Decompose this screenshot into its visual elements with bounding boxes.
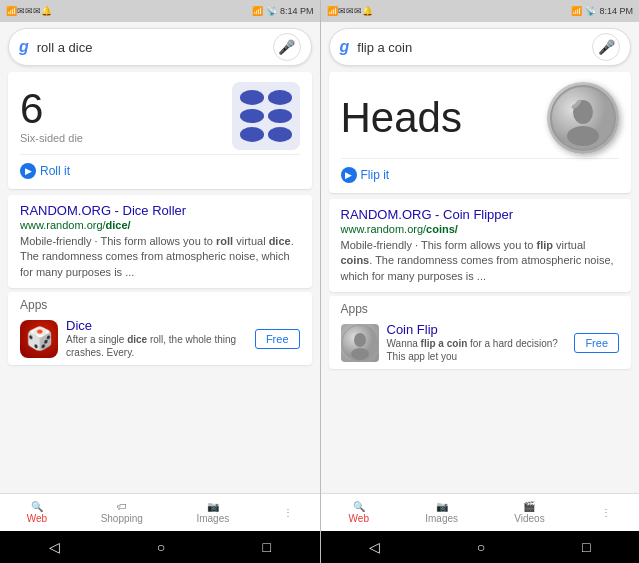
status-right: 📶 📡 8:14 PM bbox=[252, 6, 314, 16]
url-path-left: dice/ bbox=[106, 219, 131, 231]
url-base-left: www.random.org/ bbox=[20, 219, 106, 231]
app-info-left: Dice After a single dice roll, the whole… bbox=[66, 318, 247, 359]
coin-result-text: Heads bbox=[341, 94, 462, 142]
status-left-icons: 📶✉✉✉🔔 bbox=[6, 6, 52, 16]
time-left: 8:14 PM bbox=[280, 6, 314, 16]
nav-more-left[interactable]: ⋮ bbox=[275, 505, 301, 520]
status-right-right: 📶 📡 8:14 PM bbox=[571, 6, 633, 16]
nav-images-left[interactable]: 📷 Images bbox=[188, 499, 237, 526]
app-name-left[interactable]: Dice bbox=[66, 318, 247, 333]
back-button-right[interactable]: ◁ bbox=[369, 539, 380, 555]
more-icon-right: ⋮ bbox=[601, 507, 611, 518]
recents-button-right[interactable]: □ bbox=[582, 539, 590, 555]
flip-button[interactable]: ▶ Flip it bbox=[341, 167, 620, 183]
signal-icon: 📶 bbox=[252, 6, 263, 16]
url-base-right: www.random.org/ bbox=[341, 223, 427, 235]
notification-icons: 📶✉✉✉🔔 bbox=[6, 6, 52, 16]
video-icon-right: 🎬 bbox=[523, 501, 535, 512]
roll-button[interactable]: ▶ Roll it bbox=[20, 163, 300, 179]
google-logo-left: g bbox=[19, 38, 29, 56]
nav-videos-label-right: Videos bbox=[514, 513, 544, 524]
dot-5 bbox=[240, 127, 264, 142]
result-title-right[interactable]: RANDOM.ORG - Coin Flipper bbox=[341, 207, 620, 222]
search-icon-right: 🔍 bbox=[353, 501, 365, 512]
svg-point-2 bbox=[567, 126, 599, 146]
web-result-left: RANDOM.ORG - Dice Roller www.random.org/… bbox=[8, 195, 312, 288]
apps-section-left: Apps 🎲 Dice After a single dice roll, th… bbox=[8, 292, 312, 365]
result-snippet-right: Mobile-friendly · This form allows you t… bbox=[341, 238, 620, 284]
dot-4 bbox=[268, 109, 292, 124]
dice-number: 6 bbox=[20, 88, 83, 130]
url-path-right: coins/ bbox=[426, 223, 458, 235]
wifi-icon: 📡 bbox=[266, 6, 277, 16]
nav-shopping-left[interactable]: 🏷 Shopping bbox=[93, 499, 151, 526]
app-desc-right: Wanna flip a coin for a hard decision? T… bbox=[387, 337, 567, 363]
roll-label: Roll it bbox=[40, 164, 70, 178]
google-logo-right: g bbox=[340, 38, 350, 56]
back-button-left[interactable]: ◁ bbox=[49, 539, 60, 555]
dice-number-section: 6 Six-sided die bbox=[20, 88, 83, 144]
coin-text-section: Heads bbox=[341, 94, 462, 142]
apps-label-right: Apps bbox=[341, 302, 620, 316]
sys-nav-left: ◁ ○ □ bbox=[0, 531, 320, 563]
coin-result-card: Heads bbox=[329, 72, 632, 193]
web-result-right: RANDOM.ORG - Coin Flipper www.random.org… bbox=[329, 199, 632, 292]
coin-image bbox=[547, 82, 619, 154]
home-button-left[interactable]: ○ bbox=[157, 539, 165, 555]
flip-label: Flip it bbox=[361, 168, 390, 182]
sys-nav-right: ◁ ○ □ bbox=[321, 531, 640, 563]
nav-images-label-left: Images bbox=[196, 513, 229, 524]
nav-web-right[interactable]: 🔍 Web bbox=[341, 499, 377, 526]
apps-label-left: Apps bbox=[20, 298, 300, 312]
mic-button-right[interactable]: 🎤 bbox=[592, 33, 620, 61]
bottom-nav-right: 🔍 Web 📷 Images 🎬 Videos ⋮ bbox=[321, 493, 640, 531]
dot-1 bbox=[240, 90, 264, 105]
result-url-right[interactable]: www.random.org/coins/ bbox=[341, 223, 620, 235]
svg-point-6 bbox=[354, 333, 366, 347]
nav-images-label-right: Images bbox=[425, 513, 458, 524]
app-row-left: 🎲 Dice After a single dice roll, the who… bbox=[20, 318, 300, 359]
search-input-right[interactable]: flip a coin bbox=[357, 40, 592, 55]
free-button-right[interactable]: Free bbox=[574, 333, 619, 353]
mic-icon-left: 🎤 bbox=[278, 39, 295, 55]
nav-more-right[interactable]: ⋮ bbox=[593, 505, 619, 520]
bottom-nav-left: 🔍 Web 🏷 Shopping 📷 Images ⋮ bbox=[0, 493, 320, 531]
roll-icon: ▶ bbox=[20, 163, 36, 179]
nav-videos-right[interactable]: 🎬 Videos bbox=[506, 499, 552, 526]
app-info-right: Coin Flip Wanna flip a coin for a hard d… bbox=[387, 322, 567, 363]
nav-web-left[interactable]: 🔍 Web bbox=[19, 499, 55, 526]
home-button-right[interactable]: ○ bbox=[477, 539, 485, 555]
app-row-right: Coin Flip Wanna flip a coin for a hard d… bbox=[341, 322, 620, 363]
camera-icon-left: 📷 bbox=[207, 501, 219, 512]
nav-web-label-right: Web bbox=[349, 513, 369, 524]
search-bar-right[interactable]: g flip a coin 🎤 bbox=[329, 28, 632, 66]
coin-result-content: Heads bbox=[341, 82, 620, 154]
nav-shopping-label-left: Shopping bbox=[101, 513, 143, 524]
search-bar-left[interactable]: g roll a dice 🎤 bbox=[8, 28, 312, 66]
status-right-icons: 📶✉✉✉🔔 bbox=[327, 6, 373, 16]
app-desc-left: After a single dice roll, the whole thin… bbox=[66, 333, 247, 359]
status-bar-left: 📶✉✉✉🔔 📶 📡 8:14 PM bbox=[0, 0, 320, 22]
result-title-left[interactable]: RANDOM.ORG - Dice Roller bbox=[20, 203, 300, 218]
recents-button-left[interactable]: □ bbox=[262, 539, 270, 555]
signal-icon-right: 📶 bbox=[571, 6, 582, 16]
time-right: 8:14 PM bbox=[599, 6, 633, 16]
left-panel: 📶✉✉✉🔔 📶 📡 8:14 PM g roll a dice 🎤 6 Six-… bbox=[0, 0, 320, 563]
search-input-left[interactable]: roll a dice bbox=[37, 40, 273, 55]
app-name-right[interactable]: Coin Flip bbox=[387, 322, 567, 337]
result-url-left[interactable]: www.random.org/dice/ bbox=[20, 219, 300, 231]
result-snippet-left: Mobile-friendly · This form allows you t… bbox=[20, 234, 300, 280]
dice-result-card: 6 Six-sided die ▶ Roll it bbox=[8, 72, 312, 189]
free-button-left[interactable]: Free bbox=[255, 329, 300, 349]
nav-images-right[interactable]: 📷 Images bbox=[417, 499, 466, 526]
dice-result-content: 6 Six-sided die bbox=[20, 82, 300, 150]
dice-label: Six-sided die bbox=[20, 132, 83, 144]
dot-2 bbox=[268, 90, 292, 105]
notification-icons-right: 📶✉✉✉🔔 bbox=[327, 6, 373, 16]
coin-svg bbox=[549, 84, 617, 152]
apps-section-right: Apps Coin Flip Wan bbox=[329, 296, 632, 369]
wifi-icon-right: 📡 bbox=[585, 6, 596, 16]
app-icon-dice: 🎲 bbox=[20, 320, 58, 358]
mic-button-left[interactable]: 🎤 bbox=[273, 33, 301, 61]
tag-icon-left: 🏷 bbox=[117, 501, 127, 512]
